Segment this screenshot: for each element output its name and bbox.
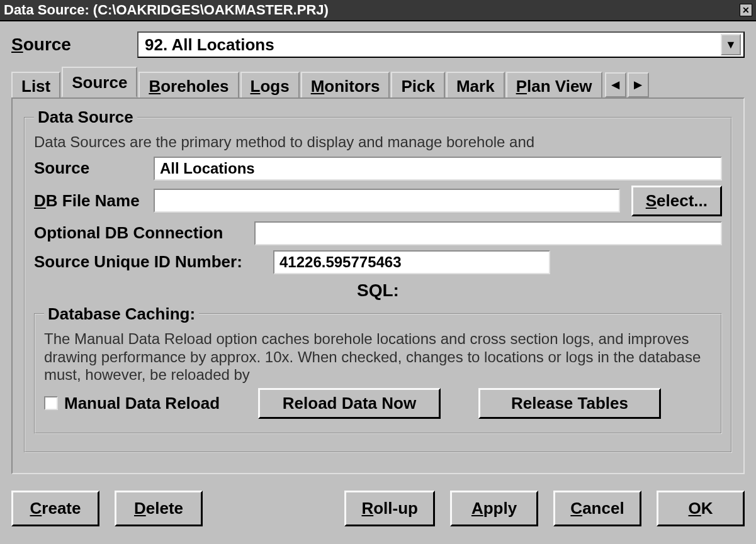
chevron-down-icon[interactable]: ▼ (721, 34, 741, 55)
source-field-label: Source (34, 158, 154, 178)
tab-mark[interactable]: Mark (446, 72, 505, 99)
cancel-button[interactable]: Cancel (553, 491, 641, 526)
optconn-input[interactable] (254, 221, 722, 245)
dialog-window: Data Source: (C:\OAKRIDGES\OAKMASTER.PRJ… (0, 0, 756, 535)
ok-button[interactable]: OK (657, 491, 745, 526)
source-input[interactable] (154, 157, 722, 180)
close-icon[interactable]: ✕ (740, 4, 752, 16)
release-tables-button[interactable]: Release Tables (478, 388, 661, 419)
tabstrip: List Source Boreholes Logs Monitors Pick… (11, 67, 745, 97)
sql-label: SQL: (34, 280, 722, 301)
datasource-legend: Data Source (34, 108, 137, 127)
tab-source[interactable]: Source (62, 67, 137, 97)
manual-reload-checkbox[interactable] (44, 396, 58, 410)
uid-label: Source Unique ID Number: (34, 252, 273, 272)
tab-pick[interactable]: Pick (391, 72, 445, 99)
tab-scroll-left-icon[interactable]: ◄ (605, 72, 626, 97)
tab-list[interactable]: List (11, 72, 60, 99)
tab-monitors[interactable]: Monitors (301, 72, 390, 99)
tab-panel: Data Source Data Sources are the primary… (11, 97, 745, 474)
tab-planview[interactable]: Plan View (506, 72, 602, 99)
apply-button[interactable]: Apply (450, 491, 538, 526)
rollup-button[interactable]: Roll-up (344, 491, 435, 526)
reload-data-button[interactable]: Reload Data Now (258, 388, 441, 419)
delete-button[interactable]: Delete (115, 491, 203, 526)
uid-input[interactable] (273, 250, 550, 274)
create-button[interactable]: Create (11, 491, 99, 526)
source-label: Source (11, 35, 137, 55)
tab-scroll-right-icon[interactable]: ► (628, 72, 649, 97)
manual-reload-label: Manual Data Reload (64, 394, 220, 413)
caching-legend: Database Caching: (44, 304, 199, 324)
dbfile-input[interactable] (154, 189, 620, 213)
tab-logs[interactable]: Logs (240, 72, 300, 99)
dbfile-label: DB File Name (34, 191, 154, 211)
datasource-fieldset: Data Source Data Sources are the primary… (24, 108, 732, 453)
tab-boreholes[interactable]: Boreholes (138, 72, 239, 99)
window-title: Data Source: (C:\OAKRIDGES\OAKMASTER.PRJ… (4, 2, 329, 18)
caching-desc: The Manual Data Reload option caches bor… (44, 330, 712, 383)
datasource-desc: Data Sources are the primary method to d… (34, 133, 722, 152)
select-button[interactable]: Select... (631, 186, 722, 216)
dialog-button-row: Create Delete Roll-up Apply Cancel OK (11, 491, 745, 526)
caching-fieldset: Database Caching: The Manual Data Reload… (34, 304, 722, 434)
source-combobox-value: 92. All Locations (145, 35, 274, 55)
titlebar: Data Source: (C:\OAKRIDGES\OAKMASTER.PRJ… (0, 0, 756, 21)
optconn-label: Optional DB Connection (34, 223, 254, 243)
source-combobox[interactable]: 92. All Locations ▼ (137, 31, 745, 58)
